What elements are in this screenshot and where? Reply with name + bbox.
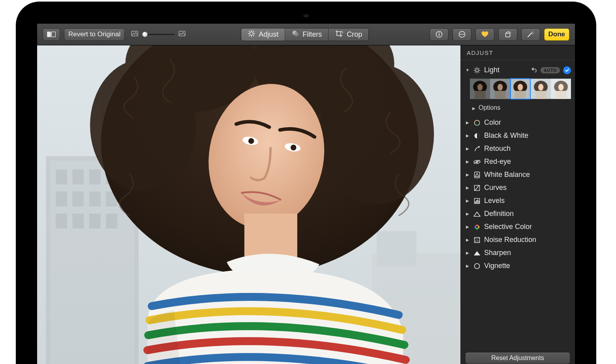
light-label: Light xyxy=(484,66,528,74)
svg-point-110 xyxy=(475,238,476,239)
favorite-button[interactable] xyxy=(475,28,494,41)
color-icon xyxy=(473,119,481,126)
svg-rect-36 xyxy=(56,191,67,206)
disclosure-right-icon xyxy=(465,159,470,164)
laptop-frame: Revert to Original xyxy=(16,2,596,364)
svg-point-105 xyxy=(475,225,476,226)
done-label: Done xyxy=(548,30,565,38)
row-label: Vignette xyxy=(484,262,571,270)
auto-enhance-button[interactable] xyxy=(521,28,540,41)
svg-rect-4 xyxy=(179,31,185,36)
svg-rect-42 xyxy=(89,214,101,229)
svg-rect-18 xyxy=(439,34,439,36)
light-thumb-1[interactable] xyxy=(470,78,490,99)
tab-crop[interactable]: Crop xyxy=(329,28,368,41)
svg-point-26 xyxy=(532,34,533,34)
svg-point-103 xyxy=(476,228,478,229)
undo-icon[interactable] xyxy=(531,66,537,74)
svg-point-113 xyxy=(475,240,476,241)
row-label: Definition xyxy=(484,210,571,218)
disclosure-right-icon xyxy=(465,199,470,203)
svg-rect-1 xyxy=(52,32,56,37)
row-label: White Balance xyxy=(484,171,571,179)
svg-point-108 xyxy=(475,227,476,229)
info-button[interactable] xyxy=(430,28,449,41)
svg-rect-68 xyxy=(470,79,490,99)
svg-rect-98 xyxy=(476,200,477,203)
svg-line-62 xyxy=(479,68,479,68)
auto-button[interactable]: AUTO xyxy=(541,67,560,73)
row-label: Sharpen xyxy=(484,249,571,257)
adjust-row-retouch[interactable]: Retouch xyxy=(460,142,575,155)
disclosure-right-icon xyxy=(465,225,470,229)
adjust-row-levels[interactable]: Levels xyxy=(460,194,575,207)
light-thumb-3[interactable] xyxy=(510,78,530,99)
adjust-row-vignette[interactable]: Vignette xyxy=(460,259,575,272)
light-thumb-4[interactable] xyxy=(531,78,551,99)
noise-reduction-icon xyxy=(473,237,481,243)
adjust-row-bw[interactable]: Black & White xyxy=(460,129,575,142)
svg-rect-77 xyxy=(515,91,526,99)
svg-point-22 xyxy=(463,34,464,35)
disclosure-right-icon xyxy=(465,212,470,216)
svg-point-15 xyxy=(294,32,299,36)
disclosure-right-icon xyxy=(465,264,470,268)
row-label: Retouch xyxy=(484,144,571,153)
svg-point-25 xyxy=(533,33,534,34)
light-options-row[interactable]: Options xyxy=(460,103,575,116)
adjust-row-light[interactable]: Light AUTO xyxy=(460,63,575,77)
edit-mode-segment: Adjust Filters xyxy=(241,28,369,41)
sharpen-icon xyxy=(473,250,481,256)
light-preview-strip[interactable] xyxy=(460,77,575,103)
row-label: Black & White xyxy=(484,131,571,140)
photo-canvas[interactable] xyxy=(37,45,460,364)
reset-adjustments-button[interactable]: Reset Adjustments xyxy=(465,352,570,364)
svg-rect-74 xyxy=(510,79,530,99)
row-label: Color xyxy=(484,118,571,127)
svg-point-102 xyxy=(478,226,480,228)
adjust-row-noise-reduction[interactable]: Noise Reduction xyxy=(460,233,575,246)
svg-rect-40 xyxy=(56,214,67,229)
svg-point-118 xyxy=(475,263,480,268)
svg-line-13 xyxy=(249,35,250,36)
adjust-row-color[interactable]: Color xyxy=(460,116,575,129)
adjust-row-curves[interactable]: Curves xyxy=(460,181,575,194)
light-thumb-5[interactable] xyxy=(551,78,571,99)
definition-icon xyxy=(473,211,481,217)
adjust-row-sharpen[interactable]: Sharpen xyxy=(460,246,575,259)
svg-point-115 xyxy=(475,241,476,242)
adjust-row-selective-color[interactable]: Selective Color xyxy=(460,220,575,233)
svg-rect-31 xyxy=(377,231,416,266)
svg-line-60 xyxy=(475,68,475,68)
more-options-button[interactable] xyxy=(453,28,471,41)
enabled-checkmark-icon[interactable] xyxy=(563,66,571,74)
levels-icon xyxy=(473,198,481,204)
done-button[interactable]: Done xyxy=(544,28,570,41)
svg-rect-87 xyxy=(551,79,571,99)
svg-rect-99 xyxy=(477,199,478,203)
view-toggle-button[interactable] xyxy=(43,28,60,41)
svg-line-10 xyxy=(249,31,250,32)
svg-rect-100 xyxy=(479,201,479,203)
svg-rect-2 xyxy=(47,32,51,37)
revert-to-original-button[interactable]: Revert to Original xyxy=(64,28,125,41)
row-label: Levels xyxy=(484,197,571,205)
bw-icon xyxy=(473,132,481,139)
adjust-row-white-balance[interactable]: White Balance xyxy=(460,168,575,181)
rotate-button[interactable] xyxy=(498,28,517,41)
thumbnail-large-icon xyxy=(178,30,186,38)
svg-point-55 xyxy=(475,69,478,71)
adjust-row-redeye[interactable]: Red-eye xyxy=(460,155,575,168)
light-thumb-2[interactable] xyxy=(490,78,510,99)
svg-rect-32 xyxy=(56,169,67,184)
light-options-label: Options xyxy=(479,104,500,111)
tab-filters[interactable]: Filters xyxy=(285,28,329,41)
svg-rect-82 xyxy=(531,79,551,99)
svg-point-89 xyxy=(475,120,480,125)
adjust-row-definition[interactable]: Definition xyxy=(460,207,575,220)
zoom-slider-knob[interactable] xyxy=(142,32,148,37)
zoom-slider[interactable] xyxy=(142,32,175,37)
disclosure-right-icon xyxy=(465,146,470,151)
tab-adjust[interactable]: Adjust xyxy=(241,28,285,41)
retouch-icon xyxy=(473,145,481,152)
